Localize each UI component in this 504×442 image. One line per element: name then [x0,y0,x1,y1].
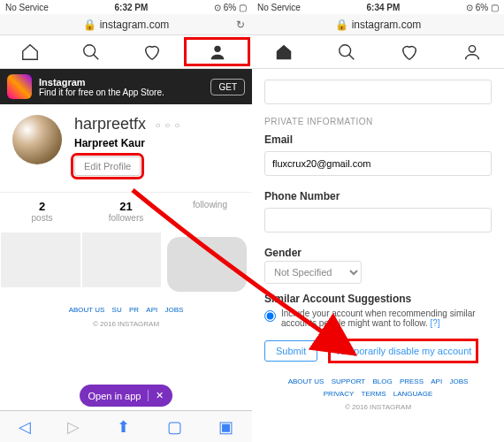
nav-tabs [252,35,504,69]
safari-toolbar: ◁ ▷ ⬆︎ ▢ ▣ [0,410,252,442]
disable-account-link[interactable]: Temporarily disable my account [333,344,473,358]
url-bar[interactable]: 🔒 instagram.com ↻ [0,14,252,35]
tab-home[interactable] [252,35,315,68]
similar-radio[interactable] [264,310,276,322]
more-options-icon[interactable]: ○ ○ ○ [156,120,181,130]
phone-field[interactable] [264,208,492,232]
section-header: PRIVATE INFORMATION [264,117,492,126]
gender-select[interactable]: Not Specified [264,261,362,284]
tab-home[interactable] [0,35,61,68]
footer-link[interactable]: API [146,306,157,314]
footer-link[interactable]: TERMS [362,390,386,398]
avatar[interactable] [12,115,62,164]
url-text: instagram.com [352,19,422,31]
svg-point-0 [84,44,95,56]
similar-desc: Include your account when recommending s… [281,309,492,328]
promo-title: Instagram [39,77,210,88]
submit-button[interactable]: Submit [264,340,317,362]
footer-link[interactable]: ABOUT US [288,377,325,385]
footer-link[interactable]: SUPPORT [332,377,366,385]
get-app-button[interactable]: GET [210,79,245,95]
back-icon[interactable]: ◁ [19,417,31,437]
edit-profile-button[interactable]: Edit Profile [74,156,141,176]
clock: 6:32 PM [115,3,149,12]
phone-label: Phone Number [264,190,492,202]
footer-link[interactable]: PR [129,306,139,314]
battery: ⊙ 6% ▢ [466,3,499,12]
svg-point-3 [470,45,476,51]
tab-search[interactable] [61,35,122,68]
gender-label: Gender [264,247,492,259]
profile-stats: 2posts 21followers following [0,192,252,230]
footer-link[interactable]: JOBS [164,306,183,314]
footer-link[interactable]: ABOUT US [69,306,105,314]
stat-posts[interactable]: 2posts [0,193,84,230]
copyright: © 2016 INSTAGRAM [256,401,500,414]
footer-link[interactable]: SU [112,306,122,314]
instagram-app-icon [7,74,32,99]
svg-point-2 [340,44,351,56]
footer-links: ABOUT US SU PR API JOBS © 2016 INSTAGRAM [0,297,252,337]
tab-search[interactable] [315,35,378,68]
footer-link[interactable]: BLOG [372,377,392,385]
share-icon[interactable]: ⬆︎ [117,417,130,437]
footer-link[interactable]: JOBS [449,377,468,385]
carrier: No Service [5,3,49,12]
app-promo-banner: Instagram Find it for free on the App St… [0,69,252,104]
stat-following[interactable]: following [168,193,252,230]
battery: ⊙ 6% ▢ [214,3,247,12]
photo-thumb[interactable] [167,237,247,292]
email-field[interactable] [264,151,492,176]
footer-link[interactable]: PRIVACY [324,390,355,398]
tabs-icon[interactable]: ▣ [218,417,233,437]
url-bar[interactable]: 🔒 instagram.com [252,14,504,35]
lock-icon: 🔒 [83,19,96,31]
tab-profile[interactable] [184,37,250,66]
stat-followers[interactable]: 21followers [84,193,168,230]
profile-header: harpreetfx ○ ○ ○ Harpreet Kaur Edit Prof… [0,104,252,187]
bio-field[interactable] [264,80,492,104]
footer-links: ABOUT US SUPPORT BLOG PRESS API JOBS PRI… [252,369,504,421]
tab-profile[interactable] [441,35,504,68]
photo-thumb[interactable] [1,232,80,287]
clock: 6:34 PM [367,3,401,12]
close-icon[interactable]: ✕ [148,390,164,401]
lock-icon: 🔒 [335,19,348,31]
status-bar: No Service 6:34 PM ⊙ 6% ▢ [252,0,504,14]
help-link[interactable]: [?] [430,318,439,328]
open-in-app-pill[interactable]: Open in app✕ [80,385,173,407]
photo-grid [0,232,252,297]
tab-activity[interactable] [378,35,441,68]
nav-tabs [0,35,252,69]
similar-label: Similar Account Suggestions [264,293,492,305]
footer-link[interactable]: LANGUAGE [393,390,432,398]
bookmarks-icon[interactable]: ▢ [167,417,182,437]
promo-subtitle: Find it for free on the App Store. [39,88,210,97]
email-label: Email [264,133,492,146]
url-text: instagram.com [100,19,170,31]
svg-point-1 [214,45,220,51]
carrier: No Service [257,3,301,12]
status-bar: No Service 6:32 PM ⊙ 6% ▢ [0,0,252,14]
username: harpreetfx [74,115,146,133]
tab-activity[interactable] [122,35,183,68]
footer-link[interactable]: PRESS [400,377,424,385]
display-name: Harpreet Kaur [74,137,180,149]
refresh-icon[interactable]: ↻ [236,19,245,31]
forward-icon[interactable]: ▷ [67,417,80,437]
copyright: © 2016 INSTAGRAM [4,318,248,331]
photo-thumb[interactable] [82,232,162,287]
footer-link[interactable]: API [431,377,442,385]
